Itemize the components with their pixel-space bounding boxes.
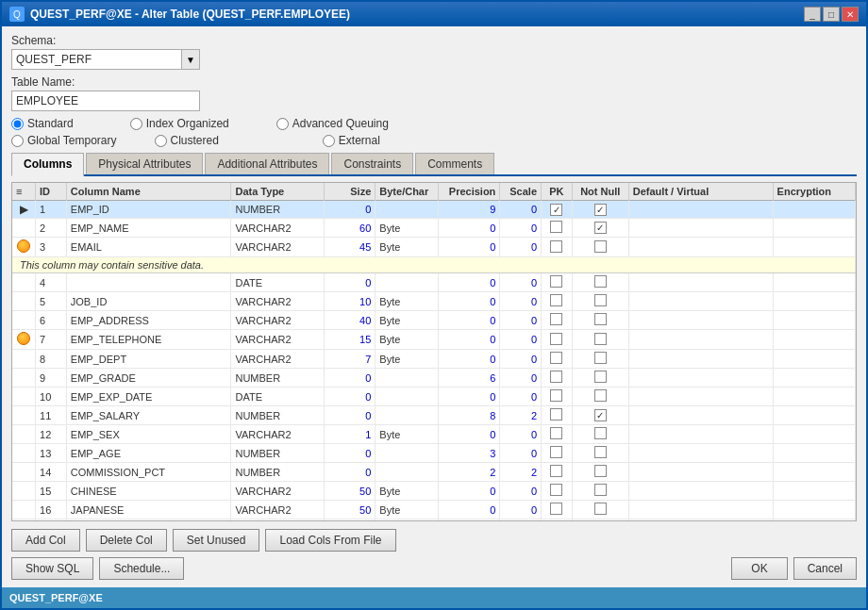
show-sql-button[interactable]: Show SQL (11, 557, 93, 580)
tab-columns[interactable]: Columns (11, 153, 84, 176)
row-not-null-cell[interactable] (572, 463, 628, 482)
table-row[interactable]: 15 CHINESE VARCHAR2 50 Byte 0 0 (12, 482, 856, 501)
pk-checkbox[interactable] (550, 465, 562, 477)
row-pk-cell[interactable] (542, 501, 573, 519)
row-pk-cell[interactable] (542, 406, 573, 425)
not-null-checkbox[interactable] (594, 446, 607, 458)
pk-checkbox[interactable] (550, 313, 562, 325)
row-not-null-cell[interactable] (572, 444, 628, 463)
tab-comments[interactable]: Comments (415, 153, 494, 174)
close-button[interactable]: ✕ (842, 7, 859, 22)
not-null-checkbox[interactable] (594, 409, 607, 421)
row-column-name[interactable]: COMMISSION_PCT (66, 463, 231, 482)
row-pk-cell[interactable] (542, 273, 573, 292)
table-row[interactable]: 3 EMAIL VARCHAR2 45 Byte 0 0 (12, 238, 856, 257)
row-not-null-cell[interactable] (572, 519, 628, 521)
row-not-null-cell[interactable] (572, 273, 628, 292)
radio-external[interactable]: External (323, 134, 380, 147)
row-column-name[interactable]: EMP_TELEPHONE (66, 330, 231, 350)
row-pk-cell[interactable] (542, 201, 573, 219)
not-null-checkbox[interactable] (594, 484, 607, 496)
row-pk-cell[interactable] (542, 350, 573, 369)
not-null-checkbox[interactable] (594, 313, 607, 325)
pk-checkbox[interactable] (550, 427, 562, 439)
not-null-checkbox[interactable] (594, 294, 607, 306)
row-not-null-cell[interactable] (572, 350, 628, 369)
row-column-name[interactable]: EMP_AGE (66, 444, 231, 463)
row-column-name[interactable]: EMP_NAME (66, 219, 231, 238)
row-pk-cell[interactable] (542, 292, 573, 311)
row-default-virtual[interactable] (628, 238, 773, 257)
row-column-name[interactable]: JOB_ID (66, 292, 231, 311)
row-default-virtual[interactable] (628, 425, 773, 444)
add-col-button[interactable]: Add Col (11, 529, 80, 552)
row-default-virtual[interactable] (628, 273, 773, 292)
row-column-name[interactable]: EMP_GRADE (66, 369, 231, 387)
table-row[interactable]: 8 EMP_DEPT VARCHAR2 7 Byte 0 0 (12, 350, 856, 369)
row-not-null-cell[interactable] (572, 292, 628, 311)
table-row[interactable]: 17 KOREAN VARCHAR2 50 Byte 0 0 (12, 519, 856, 521)
row-column-name[interactable]: EMP_SALARY (66, 406, 231, 425)
pk-checkbox[interactable] (550, 221, 562, 233)
row-default-virtual[interactable] (628, 501, 773, 519)
row-not-null-cell[interactable] (572, 330, 628, 350)
row-not-null-cell[interactable] (572, 238, 628, 257)
row-column-name[interactable]: EMP_EXP_DATE (66, 387, 231, 406)
row-not-null-cell[interactable] (572, 425, 628, 444)
not-null-checkbox[interactable] (594, 352, 607, 364)
not-null-checkbox[interactable] (594, 371, 607, 383)
schema-dropdown-button[interactable]: ▼ (181, 49, 200, 70)
row-not-null-cell[interactable] (572, 369, 628, 387)
row-pk-cell[interactable] (542, 238, 573, 257)
not-null-checkbox[interactable] (594, 465, 607, 477)
table-row[interactable]: 4 DATE 0 0 0 (12, 273, 856, 292)
load-cols-button[interactable]: Load Cols From File (265, 529, 395, 552)
pk-checkbox[interactable] (550, 294, 562, 306)
radio-advanced-queuing[interactable]: Advanced Queuing (276, 117, 389, 130)
row-default-virtual[interactable] (628, 219, 773, 238)
row-column-name[interactable]: EMP_ID (66, 201, 231, 219)
row-column-name[interactable]: CHINESE (66, 482, 231, 501)
table-row[interactable]: 6 EMP_ADDRESS VARCHAR2 40 Byte 0 0 (12, 311, 856, 330)
pk-checkbox[interactable] (550, 503, 562, 515)
table-row[interactable]: 7 EMP_TELEPHONE VARCHAR2 15 Byte 0 0 (12, 330, 856, 350)
not-null-checkbox[interactable] (594, 503, 607, 515)
row-default-virtual[interactable] (628, 311, 773, 330)
table-row[interactable]: 14 COMMISSION_PCT NUMBER 0 2 2 (12, 463, 856, 482)
pk-checkbox[interactable] (550, 240, 562, 253)
row-column-name[interactable]: JAPANESE (66, 501, 231, 519)
row-default-virtual[interactable] (628, 350, 773, 369)
maximize-button[interactable]: □ (823, 7, 840, 22)
row-column-name[interactable]: EMP_DEPT (66, 350, 231, 369)
row-not-null-cell[interactable] (572, 482, 628, 501)
row-default-virtual[interactable] (628, 369, 773, 387)
radio-global-temporary[interactable]: Global Temporary (11, 134, 117, 147)
not-null-checkbox[interactable] (594, 333, 607, 345)
not-null-checkbox[interactable] (594, 204, 607, 216)
table-scroll-area[interactable]: ≡ ID Column Name Data Type Size Byte/Cha… (12, 183, 856, 520)
pk-checkbox[interactable] (550, 204, 562, 216)
row-not-null-cell[interactable] (572, 501, 628, 519)
not-null-checkbox[interactable] (594, 389, 607, 402)
table-row[interactable]: 10 EMP_EXP_DATE DATE 0 0 0 (12, 387, 856, 406)
row-default-virtual[interactable] (628, 292, 773, 311)
table-row[interactable]: 16 JAPANESE VARCHAR2 50 Byte 0 0 (12, 501, 856, 519)
row-column-name[interactable]: EMP_SEX (66, 425, 231, 444)
radio-index-organized[interactable]: Index Organized (130, 117, 229, 130)
not-null-checkbox[interactable] (594, 240, 607, 253)
tab-physical-attributes[interactable]: Physical Attributes (86, 153, 203, 174)
row-pk-cell[interactable] (542, 482, 573, 501)
row-column-name[interactable] (66, 273, 231, 292)
pk-checkbox[interactable] (550, 371, 562, 383)
row-pk-cell[interactable] (542, 444, 573, 463)
pk-checkbox[interactable] (550, 275, 562, 288)
radio-standard[interactable]: Standard (11, 117, 74, 130)
tab-additional-attributes[interactable]: Additional Attributes (205, 153, 329, 174)
row-default-virtual[interactable] (628, 201, 773, 219)
radio-clustered[interactable]: Clustered (155, 134, 219, 147)
row-default-virtual[interactable] (628, 444, 773, 463)
not-null-checkbox[interactable] (594, 427, 607, 439)
row-default-virtual[interactable] (628, 406, 773, 425)
pk-checkbox[interactable] (550, 389, 562, 402)
pk-checkbox[interactable] (550, 484, 562, 496)
